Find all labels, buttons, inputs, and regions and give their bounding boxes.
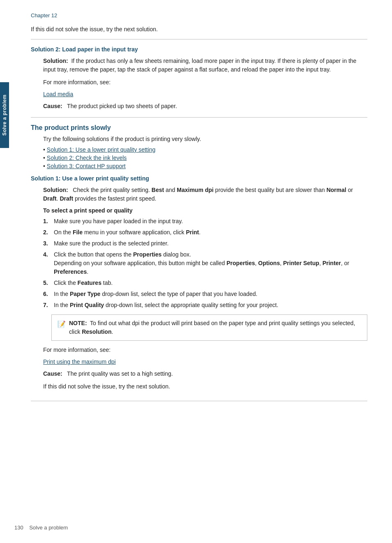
step-1-text: Make sure you have paper loaded in the i… [54,217,367,226]
step-7-bold: Print Quality [70,302,104,308]
sol1-mid3: or [346,187,353,193]
solution2-link-para: Load media [43,90,367,99]
sol1-bold4: Draft [43,195,57,202]
page-footer: 130 Solve a problem [14,525,68,531]
solution2-cause-text: Cause: The product picked up two sheets … [43,102,367,111]
note-box: 📝 NOTE: To find out what dpi the product… [51,314,367,341]
step-4-num: 4. [43,250,51,276]
note-label: NOTE: [69,320,87,326]
note-bold: Resolution [82,328,111,335]
sol1-end: provides the fastest print speed. [73,195,156,202]
step-6-bold: Paper Type [70,291,100,297]
sol1-link-para: Print using the maximum dpi [43,358,367,366]
step-6-text: In the Paper Type drop-down list, select… [54,290,367,298]
step-7-num: 7. [43,301,51,310]
step-4-bold2: Properties [226,260,255,266]
major-intro: Try the following solutions if the produ… [43,136,367,142]
step-6-num: 6. [43,290,51,298]
to-select-heading: To select a print speed or quality [43,207,367,214]
sol1-end-text: If this did not solve the issue, try the… [43,382,367,391]
step-3: 3. Make sure the product is the selected… [43,239,367,248]
sidebar-tab-label: Solve a problem [2,95,7,136]
step-5: 5. Click the Features tab. [43,279,367,287]
solution2-body-block: Solution: If the product has only a few … [43,57,367,74]
sol1-cause-text: Cause: The print quality was set to a hi… [43,370,367,378]
note-header: 📝 NOTE: To find out what dpi the product… [58,319,361,336]
step-4-bold5: Printer [323,260,341,266]
solution3-link-bullet[interactable]: Solution 3: Contact HP support [47,163,126,169]
sol1-heading: Solution 1: Use a lower print quality se… [31,175,367,182]
divider-mid [31,117,367,118]
step-4-bold4: Printer Setup [283,260,319,266]
sol1-cause-block: Cause: The print quality was set to a hi… [43,370,367,378]
steps-list: 1. Make sure you have paper loaded in th… [43,217,367,310]
major-heading: The product prints slowly [31,124,367,132]
sol1-solution-label: Solution: [43,187,68,193]
solution2-label: Solution: [43,58,68,64]
sol1-more-info: For more information, see: [43,346,367,354]
step-4-bold3: Options [258,260,280,266]
sol1-mid1: and [164,187,177,193]
solution2-body: Solution: If the product has only a few … [43,57,367,74]
step-3-num: 3. [43,239,51,248]
sol1-cause-body: The print quality was set to a high sett… [67,370,173,377]
sol1-cause-label: Cause: [43,370,62,377]
solution2-heading: Solution 2: Load paper in the input tray [31,46,367,53]
step-5-num: 5. [43,279,51,287]
step-2-text: On the File menu in your software applic… [54,228,367,237]
solution2-more-info: For more information, see: [43,78,367,87]
solution2-body-text: If the product has only a few sheets rem… [43,58,356,73]
step-7-text: In the Print Quality drop-down list, sel… [54,301,367,310]
step-3-text: Make sure the product is the selected pr… [54,239,367,248]
note-text: NOTE: To find out what dpi the product w… [69,319,361,336]
step-7: 7. In the Print Quality drop-down list, … [43,301,367,310]
sol1-bold5: Draft [60,195,73,202]
step-2-bold2: Print [186,229,199,236]
solution2-cause-label: Cause: [43,103,62,109]
step-6: 6. In the Paper Type drop-down list, sel… [43,290,367,298]
note-container: 📝 NOTE: To find out what dpi the product… [51,314,367,341]
solution2-link-bullet[interactable]: Solution 2: Check the ink levels [47,155,127,161]
print-max-dpi-link[interactable]: Print using the maximum dpi [43,358,116,365]
divider-top [31,39,367,39]
solution2-cause-block: Cause: The product picked up two sheets … [43,102,367,111]
step-4-bold1: Properties [133,251,161,258]
note-suffix: . [111,328,113,335]
bullet-list: Solution 1: Use a lower print quality se… [43,146,367,169]
sol1-bold3: Normal [326,187,346,193]
note-icon: 📝 [58,319,66,329]
step-2-bold1: File [73,229,83,236]
bullet-item-1: Solution 1: Use a lower print quality se… [43,146,367,153]
step-4: 4. Click the button that opens the Prope… [43,250,367,276]
bullet-item-3: Solution 3: Contact HP support [43,163,367,169]
sol1-mid2: provide the best quality but are slower … [214,187,327,193]
sol1-body-prefix: Check the print quality setting. [73,187,151,193]
solution1-link-bullet[interactable]: Solution 1: Use a lower print quality se… [47,146,156,153]
step-4-bold6: Preferences [54,268,87,275]
intro-paragraph: If this did not solve the issue, try the… [31,26,367,32]
divider-bottom [31,401,367,401]
bullet-item-2: Solution 2: Check the ink levels [43,155,367,161]
sol1-bold2: Maximum dpi [177,187,213,193]
sol1-body-block: Solution: Check the print quality settin… [43,186,367,203]
step-5-text: Click the Features tab. [54,279,367,287]
step-1-num: 1. [43,217,51,226]
chapter-label: Chapter 12 [31,12,367,18]
step-4-text: Click the button that opens the Properti… [54,250,367,276]
load-media-link[interactable]: Load media [43,91,73,97]
sol1-bold1: Best [152,187,164,193]
step-5-bold: Features [78,280,101,286]
main-content: Chapter 12 If this did not solve the iss… [14,0,392,543]
step-2: 2. On the File menu in your software app… [43,228,367,237]
step-2-num: 2. [43,228,51,237]
solution2-cause-body: The product picked up two sheets of pape… [67,103,177,109]
footer-text: Solve a problem [29,525,68,531]
footer-page-number: 130 [14,525,23,531]
sol1-body-text: Solution: Check the print quality settin… [43,186,367,203]
step-1: 1. Make sure you have paper loaded in th… [43,217,367,226]
sidebar-tab: Solve a problem [0,82,9,148]
